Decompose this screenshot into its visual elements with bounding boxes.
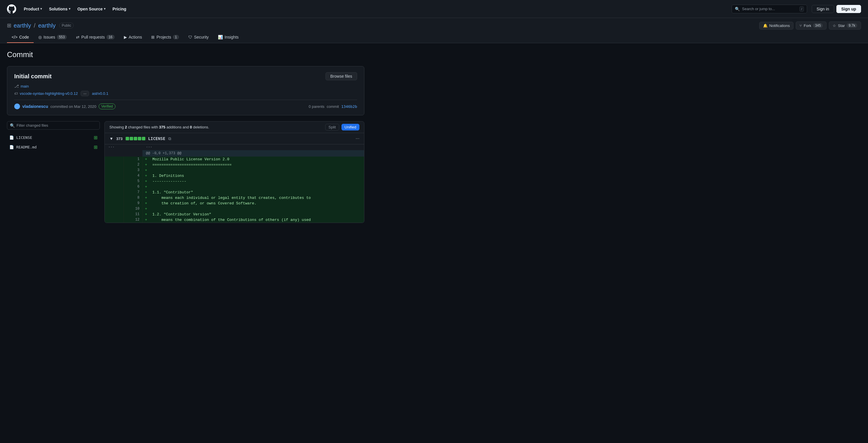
topnav: Product ▾ Solutions ▾ Open Source ▾ Pric… [0,0,868,18]
actions-icon: ▶ [124,35,127,39]
list-item[interactable]: 📄 LICENSE ⊞ [7,133,100,142]
code-icon: </> [11,35,18,39]
fork-icon: ⑂ [800,24,802,28]
diff-collapse-icon[interactable]: ▼ [110,136,114,141]
commit-meta: ⎇ main 🏷 vscode-syntax-highlighting-v0.0… [14,84,357,96]
nav-opensource[interactable]: Open Source ▾ [74,5,108,13]
repo-name-link[interactable]: earthly [38,22,56,29]
nav-pricing[interactable]: Pricing [110,5,129,13]
search-bar[interactable]: 🔍 Search or jump to... / [732,5,807,13]
commit-hash-info: 0 parents commit 1346b2b [309,104,357,109]
bar-block-5 [142,137,145,140]
browse-files-button[interactable]: Browse files [326,72,357,80]
visibility-badge: Public [59,23,74,28]
table-row: 8 + means each individual or legal entit… [105,195,364,201]
diff-header-left: ▼ 373 LICENSE ⧉ [110,136,171,141]
file-list-panel: 🔍 📄 LICENSE ⊞ 📄 README.md ⊞ [7,121,100,223]
table-row: 3 + [105,168,364,173]
security-icon: 🛡 [188,35,192,39]
nav-items: Product ▾ Solutions ▾ Open Source ▾ Pric… [21,5,727,13]
table-row: 12 + means the combination of the Contri… [105,217,364,223]
github-logo-icon[interactable] [7,4,16,13]
tab-actions[interactable]: ▶ Actions [119,32,147,43]
additions-icon: ⊞ [94,144,97,150]
table-row: 10 + [105,206,364,212]
table-row: 7 + 1.1. "Contributor" [105,190,364,195]
repo-path: earthly / earthly [13,22,56,29]
sign-in-button[interactable]: Sign in [812,5,834,13]
commit-title: Initial commit [14,73,52,80]
commit-date: committed on Mar 12, 2020 [51,104,96,109]
fork-count: 345 [813,23,823,28]
file-list: 📄 LICENSE ⊞ 📄 README.md ⊞ [7,133,100,151]
hunk-separator: ··· ··· [105,144,364,150]
ellipsis-button[interactable]: ··· [81,91,89,96]
line-code: Mozilla Public License Version 2.0 [149,157,364,162]
chevron-down-icon: ▾ [69,7,70,11]
pr-count: 16 [106,35,114,39]
diff-options-icon[interactable]: ··· [356,136,360,141]
notifications-button[interactable]: 🔔 Notifications [759,22,794,30]
file-name: LICENSE [16,135,91,140]
search-shortcut: / [800,6,804,11]
diff-filename: LICENSE [148,136,165,141]
branch-name: main [21,84,29,89]
commit-label: commit [327,104,339,109]
tab-security[interactable]: 🛡 Security [184,32,214,43]
file-name: README.md [16,145,91,149]
author-name: vladaionescu [22,104,48,109]
file-icon: 📄 [9,135,14,140]
projects-icon: ⊞ [151,35,155,39]
bar-block-1 [126,137,129,140]
unified-view-button[interactable]: Unified [341,124,360,131]
main-content: Commit Initial commit Browse files ⎇ mai… [0,43,371,230]
deletions-count: 0 [190,125,192,129]
fork-button[interactable]: ⑂ Fork 345 [796,22,827,30]
bar-block-2 [130,137,133,140]
issue-icon: ◎ [38,35,42,39]
diff-panel: Showing 2 changed files with 375 additio… [104,121,364,223]
tag-icon: 🏷 [14,91,18,96]
commit-author-line: vladaionescu committed on Mar 12, 2020 V… [14,100,357,109]
repo-header: ⊞ earthly / earthly Public 🔔 Notificatio… [7,18,861,30]
tag-path: ast/v0.0.1 [92,91,108,96]
hunk-header-text: @@ -0,0 +1,373 @@ [143,150,364,157]
star-button[interactable]: ☆ Star 9.7k [829,22,861,30]
line-num-old [105,157,124,162]
diff-additions-bar [126,137,145,140]
showing-bar: Showing 2 changed files with 375 additio… [104,121,364,133]
filter-search-icon: 🔍 [10,123,15,128]
tag-value: vscode-syntax-highlighting-v0.0.12 [20,91,78,96]
sign-up-button[interactable]: Sign up [836,5,861,13]
copy-icon[interactable]: ⧉ [168,136,171,141]
table-row: 5 + --------------- [105,179,364,184]
repo-owner-link[interactable]: earthly [13,22,31,29]
tab-insights[interactable]: 📊 Insights [213,32,243,43]
branch-icon: ⎇ [14,84,19,89]
additions-count: 375 [159,125,165,129]
search-placeholder: Search or jump to... [742,7,775,11]
tab-pullrequests[interactable]: ⇄ Pull requests 16 [71,32,119,43]
bell-icon: 🔔 [763,24,768,28]
changed-files-count: 2 [125,125,127,129]
split-view-button[interactable]: Split [325,124,339,131]
parents-label: 0 parents [309,104,324,109]
list-item[interactable]: 📄 README.md ⊞ [7,143,100,151]
diff-view-toggle: Split Unified [325,124,360,131]
page-title: Commit [7,50,364,59]
nav-solutions[interactable]: Solutions ▾ [46,5,73,13]
table-row: 4 + 1. Definitions [105,173,364,179]
table-row: 2 + =================================== [105,162,364,168]
diff-table: ··· ··· @@ -0,0 +1,373 @@ 1 + [105,144,364,223]
topnav-right: Sign in Sign up [812,5,861,13]
filter-changed-files-input[interactable] [7,121,100,130]
diff-header: ▼ 373 LICENSE ⧉ ··· [104,133,364,144]
file-icon: 📄 [9,145,14,149]
nav-product[interactable]: Product ▾ [21,5,45,13]
tab-projects[interactable]: ⊞ Projects 1 [147,32,183,43]
tab-code[interactable]: </> Code [7,32,34,43]
tab-issues[interactable]: ◎ Issues 553 [34,32,72,43]
verified-badge: Verified [99,103,116,109]
line-sign: + [143,157,149,162]
table-row: 1 + Mozilla Public License Version 2.0 [105,157,364,162]
